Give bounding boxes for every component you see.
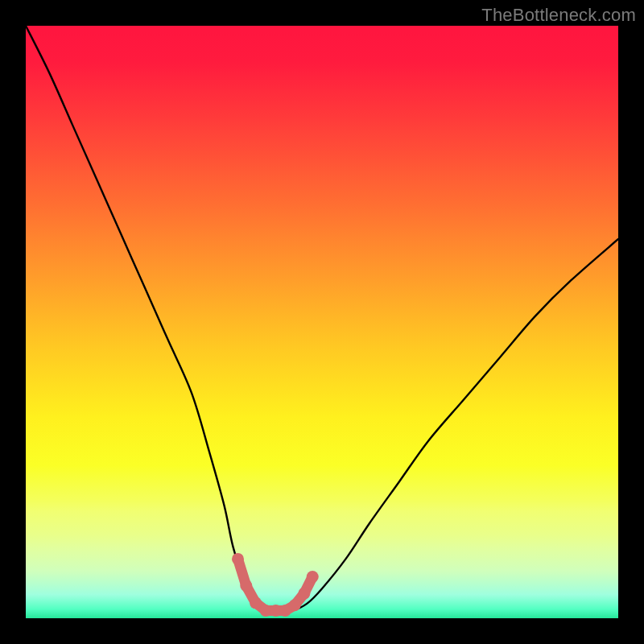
plot-area [26,26,618,618]
curve-layer [26,26,618,618]
valley-marker [250,597,262,609]
valley-marker [232,553,244,565]
valley-marker [298,588,310,600]
chart-frame: TheBottleneck.com [0,0,644,644]
valley-marker [307,571,319,583]
valley-marker [240,580,252,592]
valley-marker [289,599,301,611]
bottleneck-curve [26,26,618,611]
watermark-text: TheBottleneck.com [481,5,636,26]
valley-marker-group [232,553,319,617]
